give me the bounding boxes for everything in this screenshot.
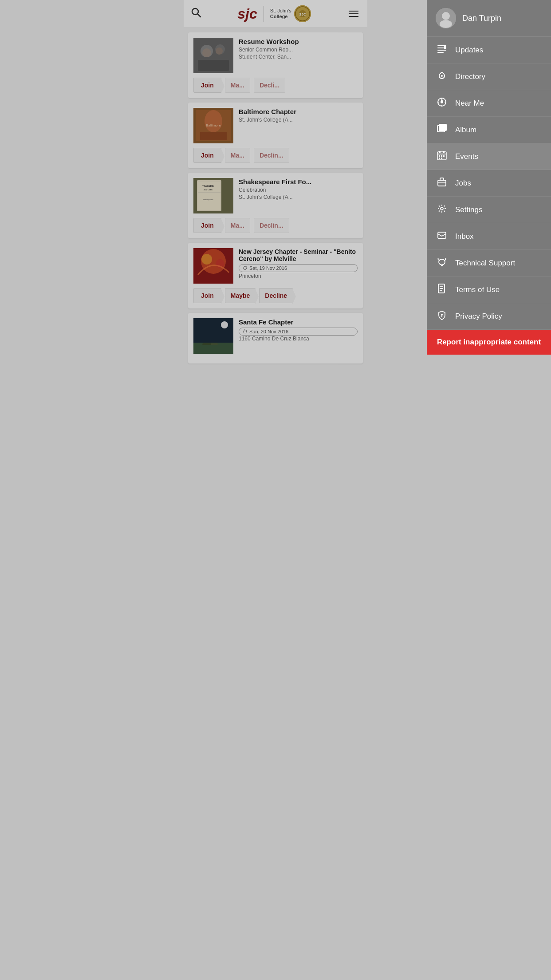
menu-overlay[interactable]: [184, 0, 367, 386]
